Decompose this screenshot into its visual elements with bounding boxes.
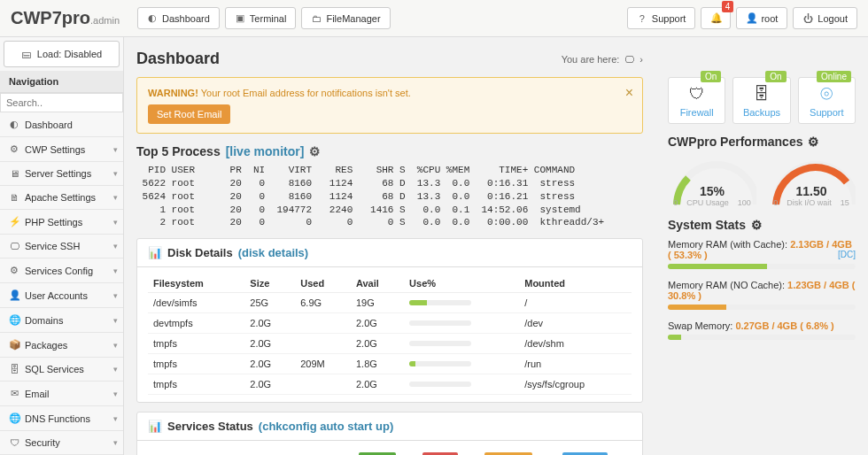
lifebuoy-icon: ⦾ (802, 85, 851, 104)
bell-icon: 🔔 (710, 12, 721, 24)
page-title: Dashboard (136, 50, 220, 68)
sidebar-item-services-config[interactable]: ⚙Services Config▾ (0, 258, 123, 283)
live-monitor-link[interactable]: [live monitor] (226, 144, 305, 158)
nav-terminal[interactable]: ▣Terminal (225, 7, 297, 29)
sidebar-item-apache-settings[interactable]: 🗎Apache Settings▾ (0, 186, 123, 210)
nav-filemanager[interactable]: 🗀FileManager (301, 7, 390, 29)
monitor-icon: 🖵 (624, 54, 634, 65)
gear-icon[interactable]: ⚙ (808, 135, 819, 149)
sidebar-item-label: Email (25, 389, 50, 399)
gear-icon[interactable]: ⚙ (309, 144, 321, 158)
warning-alert: × WARNING! Your root Email address for n… (136, 77, 643, 134)
table-row: /dev/simfs25G6.9G19G/ (148, 293, 632, 313)
sidebar-item-label: User Accounts (25, 290, 88, 301)
search-input[interactable] (0, 93, 123, 112)
table-row: tmpfs2.0G2.0G/sys/fs/cgroup (148, 374, 632, 395)
status-badge: On (701, 71, 721, 82)
chart-icon: 📊 (148, 420, 162, 433)
status-badge: On (765, 71, 786, 82)
load-indicator[interactable]: 🖴Load: Disabled (4, 41, 120, 67)
sidebar-item-label: Security (25, 437, 60, 448)
user-icon: 👤 (746, 12, 756, 24)
table-row: Apache Webserveractive▶Start■Stop↻Restar… (148, 448, 632, 455)
table-header: Avail (351, 274, 404, 293)
menu-icon: 🛡 (9, 437, 19, 448)
sidebar-item-sql-services[interactable]: 🗄SQL Services▾ (0, 358, 123, 382)
sidebar-item-label: Dashboard (25, 120, 73, 130)
tile-label: Support (802, 107, 851, 118)
chevron-down-icon: ▾ (113, 242, 118, 251)
sidebar-item-php-settings[interactable]: ⚡PHP Settings▾ (0, 210, 123, 235)
nav-dashboard[interactable]: ◐Dashboard (137, 7, 220, 29)
disk-details-link[interactable]: (disk details) (238, 246, 308, 259)
sidebar-item-cwp-settings[interactable]: ⚙CWP Settings▾ (0, 137, 123, 162)
table-header: Used (295, 274, 351, 293)
notif-badge: 4 (722, 1, 734, 12)
sidebar-item-service-ssh[interactable]: 🖵Service SSH▾ (0, 235, 123, 258)
menu-icon: ⚙ (9, 143, 19, 155)
terminal-icon: ▣ (235, 12, 245, 24)
chevron-down-icon: ▾ (113, 341, 118, 350)
sidebar-item-server-settings[interactable]: 🖥Server Settings▾ (0, 162, 123, 186)
notifications-button[interactable]: 🔔4 (701, 7, 731, 29)
sidebar-item-label: Apache Settings (25, 192, 96, 203)
backups-tile[interactable]: On 🗄 Backups (732, 77, 790, 124)
menu-icon: ⚡ (9, 216, 19, 228)
sidebar-item-email[interactable]: ✉Email▾ (0, 382, 123, 406)
server-icon: 🗄 (737, 85, 786, 104)
table-header: Use% (404, 274, 519, 293)
ram-nocache-stat: Memory RAM (NO Cache): 1.23GB / 4GB ( 30… (668, 280, 856, 301)
perf-title: CWPpro Performances ⚙ (668, 135, 856, 149)
sidebar-item-label: PHP Settings (25, 217, 82, 228)
chart-icon: 📊 (148, 246, 162, 259)
menu-icon: ⚙ (9, 265, 19, 276)
menu-icon: 📦 (9, 339, 19, 351)
sidebar-item-dashboard[interactable]: ◐Dashboard (0, 112, 123, 137)
swap-stat: Swap Memory: 0.27GB / 4GB ( 6.8% ) (668, 320, 856, 331)
sidebar-item-label: SQL Services (25, 364, 84, 374)
brand-sub: .admin (90, 15, 120, 26)
question-icon: ? (637, 13, 647, 24)
sidebar-item-label: Server Settings (25, 168, 91, 179)
cpu-gauge: 15% 0 CPU Usage 100 (668, 156, 756, 207)
table-header: Size (244, 274, 295, 293)
table-header: Mounted (519, 274, 632, 293)
sidebar-item-label: Service SSH (25, 241, 80, 251)
sidebar-item-dns-functions[interactable]: 🌐DNS Functions▾ (0, 406, 123, 431)
gauge-icon: ◐ (147, 12, 158, 24)
sidebar-item-label: Packages (25, 340, 67, 351)
sidebar-item-domains[interactable]: 🌐Domains▾ (0, 308, 123, 333)
server-icon: 🖴 (21, 49, 32, 59)
support-button[interactable]: ?Support (627, 7, 696, 29)
gear-icon[interactable]: ⚙ (751, 218, 763, 232)
menu-icon: ◐ (9, 119, 19, 130)
sidebar-item-user-accounts[interactable]: 👤User Accounts▾ (0, 283, 123, 308)
brand-name: CWP7pro (11, 8, 90, 27)
menu-icon: 🗎 (9, 192, 19, 203)
set-root-email-button[interactable]: Set Root Email (148, 104, 230, 124)
chevron-down-icon: ▾ (113, 169, 118, 178)
io-gauge: 11.50 0 Disk I/O wait 15 (767, 156, 856, 207)
chevron-down-icon: ▾ (113, 218, 118, 227)
tile-label: Firewall (672, 107, 721, 118)
disk-title: Disk Details (167, 246, 233, 259)
menu-icon: ✉ (9, 388, 19, 399)
sidebar-item-packages[interactable]: 📦Packages▾ (0, 333, 123, 358)
sidebar-item-label: Domains (25, 315, 63, 326)
dc-link[interactable]: [DC] (838, 250, 856, 259)
disk-table: FilesystemSizeUsedAvailUse%Mounted /dev/… (148, 274, 632, 395)
sidebar-item-label: DNS Functions (25, 413, 90, 424)
top5-title: Top 5 Process [live monitor] ⚙ (136, 144, 643, 158)
support-tile[interactable]: Online ⦾ Support (798, 77, 856, 124)
menu-icon: 👤 (9, 289, 19, 301)
user-button[interactable]: 👤root (736, 7, 787, 29)
close-icon[interactable]: × (625, 85, 633, 101)
folder-icon: 🗀 (311, 13, 322, 24)
chevron-down-icon: ▾ (113, 193, 118, 202)
logout-button[interactable]: ⏻Logout (793, 7, 857, 29)
chkconfig-link[interactable]: (chkconfig auto start up) (259, 420, 393, 433)
chevron-down-icon: ▾ (113, 316, 118, 325)
chevron-down-icon: ▾ (113, 266, 118, 275)
firewall-tile[interactable]: On 🛡 Firewall (668, 77, 725, 124)
sidebar-item-security[interactable]: 🛡Security▾ (0, 431, 123, 455)
